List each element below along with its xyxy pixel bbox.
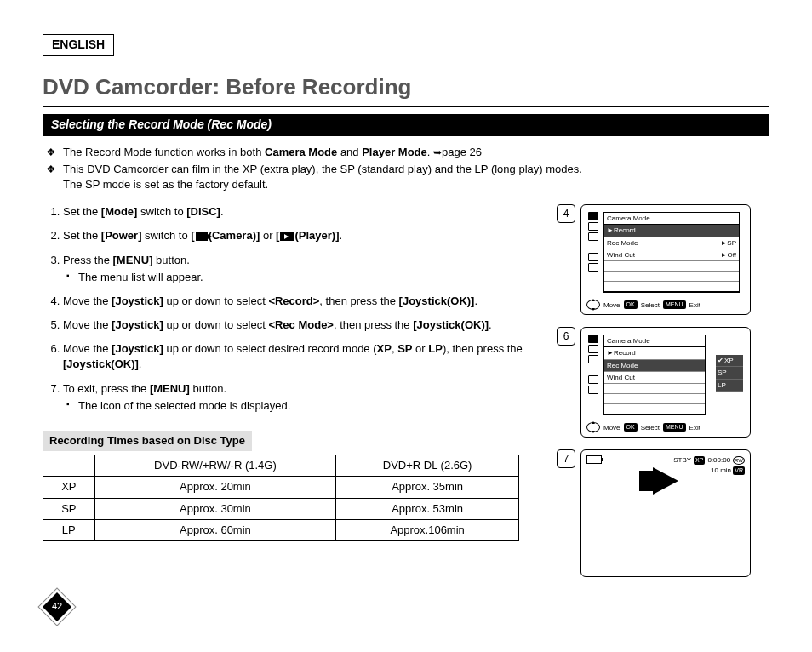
text-bold: Player Mode — [362, 146, 427, 158]
camcorder-screen: Camera Mode ►Record Rec Mode►SP Wind Cut… — [580, 204, 751, 315]
ok-badge-icon: OK — [624, 300, 638, 309]
text-bold: Camera Mode — [265, 146, 337, 158]
menu-icon-column — [588, 212, 600, 272]
player-icon — [280, 232, 294, 241]
table-header: DVD+R DL (2.6G) — [336, 455, 519, 477]
page-number: 42 — [52, 600, 62, 613]
hint-bar: Move OKSelect MENUExit — [586, 422, 745, 432]
page-title: DVD Camcorder: Before Recording — [43, 71, 769, 107]
diagram-step-4: 4 Camera Mode ►Record Rec Mode►SP Wind C… — [557, 204, 769, 315]
option-lp: LP — [716, 380, 743, 392]
diagram-step-6: 6 Camera Mode ►Record Rec Mode Wind Cut — [557, 327, 769, 438]
step-item: Set the [Power] switch to [(Camera)] or … — [63, 228, 540, 243]
xp-badge-icon: XP — [694, 456, 705, 465]
intro-item: This DVD Camcorder can film in the XP (e… — [63, 162, 769, 192]
menu-panel: Camera Mode ►Record Rec Mode Wind Cut — [603, 335, 706, 415]
display-menu-icon — [588, 365, 598, 374]
text: This DVD Camcorder can film in the XP (e… — [63, 163, 582, 175]
settings-menu-icon — [588, 386, 598, 394]
table-header-empty — [43, 455, 95, 477]
menu-row-recmode: Rec Mode►SP — [604, 237, 739, 249]
camera-menu-icon — [588, 335, 598, 343]
video-menu-icon — [588, 232, 598, 241]
disc-menu-icon — [588, 345, 598, 353]
rw-disc-icon: RW — [733, 456, 745, 465]
step-item: Move the [Joystick] up or down to select… — [63, 294, 540, 309]
intro-item: The Record Mode function works in both C… — [63, 145, 769, 160]
menu-row-windcut: Wind Cut►Off — [604, 249, 739, 261]
page-reference: page 26 — [442, 146, 482, 158]
table-caption: Recording Times based on Disc Type — [43, 431, 252, 451]
section-heading: Selecting the Record Mode (Rec Mode) — [43, 114, 769, 136]
camera-icon — [196, 232, 208, 241]
recording-times-table: DVD-RW/+RW/-R (1.4G) DVD+R DL (2.6G) XPA… — [43, 455, 519, 541]
time-remaining: 10 min — [711, 466, 731, 474]
table-row: LPApprox. 60minApprox.106min — [43, 519, 519, 540]
step-item: Set the [Mode] switch to [DISC]. — [63, 204, 540, 220]
pageref-arrow-icon — [433, 146, 442, 158]
battery-icon — [586, 455, 602, 464]
joystick-icon — [586, 422, 600, 432]
option-sp: SP — [716, 367, 743, 379]
menu-row-record: ►Record — [604, 347, 705, 359]
steps-list: Set the [Mode] switch to [DISC]. Set the… — [43, 204, 540, 414]
play-indicator-icon — [653, 467, 678, 495]
menu-title: Camera Mode — [604, 335, 705, 347]
table-row: XPApprox. 20minApprox. 35min — [43, 477, 519, 498]
step-item: Move the [Joystick] up or down to select… — [63, 341, 540, 372]
camcorder-screen: Camera Mode ►Record Rec Mode Wind Cut XP… — [580, 327, 751, 438]
table-row: SPApprox. 30minApprox. 53min — [43, 498, 519, 519]
date-menu-icon — [588, 375, 598, 384]
language-badge: ENGLISH — [43, 34, 114, 56]
vr-badge-icon: VR — [733, 466, 745, 475]
camera-menu-icon — [588, 212, 598, 220]
ok-badge-icon: OK — [624, 423, 638, 432]
page-number-badge: 42 — [43, 592, 71, 621]
menu-badge-icon: MENU — [663, 300, 686, 309]
menu-row-recmode: Rec Mode — [604, 360, 705, 372]
step-item: Press the [MENU] button. The menu list w… — [63, 253, 540, 285]
joystick-icon — [586, 300, 600, 310]
timecode: 0:00:00 — [707, 455, 730, 465]
menu-row-windcut: Wind Cut — [604, 372, 705, 384]
camcorder-screen: STBY XP 0:00:00 RW 10 min VR — [580, 449, 751, 577]
diagram-step-7: 7 STBY XP 0:00:00 RW 10 min VR — [557, 449, 769, 577]
menu-row-record: ►Record — [604, 225, 739, 237]
step-number-icon: 4 — [557, 204, 575, 223]
options-column: XP SP LP — [716, 355, 743, 392]
stby-label: STBY — [673, 455, 691, 465]
option-xp: XP — [716, 355, 743, 367]
date-menu-icon — [588, 253, 598, 261]
text: The Record Mode function works in both — [63, 146, 265, 158]
display-menu-icon — [588, 243, 598, 251]
step-number-icon: 7 — [557, 449, 575, 468]
step-subitem: The menu list will appear. — [78, 270, 540, 285]
menu-panel: Camera Mode ►Record Rec Mode►SP Wind Cut… — [603, 212, 740, 293]
text: and — [337, 146, 362, 158]
menu-badge-icon: MENU — [663, 423, 686, 432]
disc-menu-icon — [588, 222, 598, 231]
table-header: DVD-RW/+RW/-R (1.4G) — [94, 455, 336, 477]
hint-bar: Move OKSelect MENUExit — [586, 300, 745, 310]
step-subitem: The icon of the selected mode is display… — [78, 398, 540, 414]
step-item: To exit, press the [MENU] button. The ic… — [63, 381, 540, 414]
text: . — [427, 146, 433, 158]
video-menu-icon — [588, 355, 598, 363]
step-number-icon: 6 — [557, 327, 575, 346]
menu-title: Camera Mode — [604, 213, 739, 225]
intro-list: The Record Mode function works in both C… — [43, 145, 769, 193]
menu-icon-column — [588, 335, 600, 394]
text: The SP mode is set as the factory defaul… — [63, 178, 268, 191]
settings-menu-icon — [588, 263, 598, 272]
step-item: Move the [Joystick] up or down to select… — [63, 317, 540, 333]
